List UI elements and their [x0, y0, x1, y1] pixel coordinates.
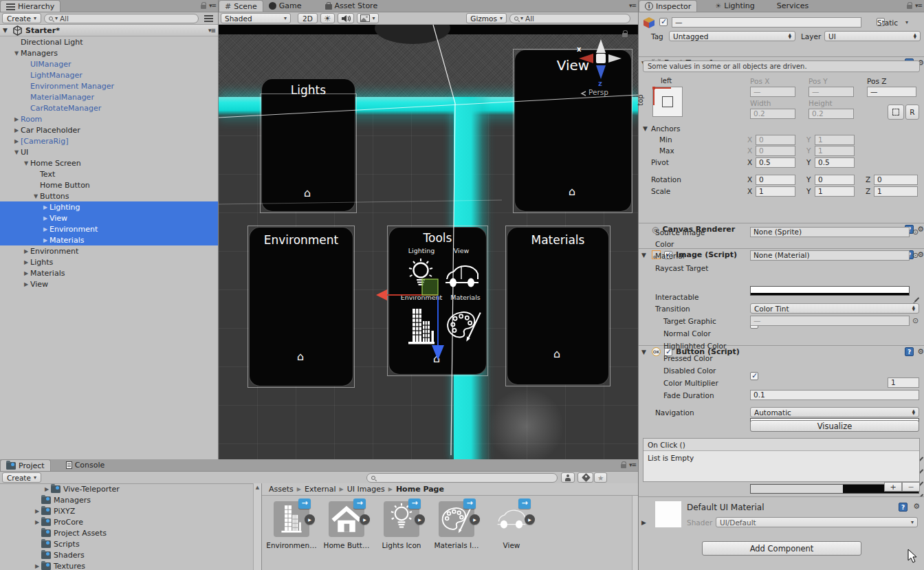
breadcrumb-ui-images[interactable]: UI Images — [347, 485, 385, 494]
tab-lighting[interactable]: ☀ Lighting — [710, 0, 760, 12]
project-folder-textures[interactable]: ▶Textures — [0, 560, 253, 570]
shading-dropdown[interactable]: Shaded▾ — [221, 13, 291, 23]
pivot-x-field[interactable]: 0.5 — [756, 157, 795, 168]
pos-x-field[interactable]: — — [750, 87, 795, 97]
search-by-label-button[interactable] — [578, 472, 593, 483]
project-folder-pixyz[interactable]: ▶PiXYZ — [0, 505, 253, 516]
project-search-input[interactable] — [366, 473, 558, 483]
object-picker-icon[interactable]: ⊙ — [912, 251, 918, 260]
tab-services[interactable]: Services — [771, 0, 814, 12]
anchors-min-x-field[interactable]: 0 — [756, 135, 795, 145]
breadcrumb-home-page[interactable]: Home Page — [396, 485, 444, 494]
scene-menu-icon[interactable]: ▾≡ — [208, 27, 215, 34]
foldout-icon[interactable]: ▶ — [22, 270, 30, 276]
foldout-icon[interactable]: ▶ — [33, 563, 41, 569]
anchors-foldout-icon[interactable]: ▼ — [643, 125, 650, 132]
project-folder-procore[interactable]: ▶ProCore — [0, 516, 253, 527]
foldout-icon[interactable]: ▶ — [12, 116, 21, 122]
hierarchy-item-materials[interactable]: ▶Materials — [0, 267, 218, 278]
foldout-icon[interactable]: ▶ — [12, 138, 21, 144]
object-picker-icon[interactable]: ⊙ — [912, 228, 918, 237]
hierarchy-item-view[interactable]: ▶View — [0, 278, 218, 289]
foldout-icon[interactable]: ▶ — [41, 204, 50, 210]
hierarchy-item-buttons[interactable]: ▼Buttons — [0, 190, 218, 201]
hierarchy-item-materials[interactable]: ▶Materials — [0, 234, 218, 245]
rotation-y-field[interactable]: 0 — [815, 175, 855, 185]
2d-toggle[interactable]: 2D — [298, 13, 318, 23]
height-field[interactable]: 0.2 — [808, 109, 854, 119]
raw-mode-button[interactable]: R — [905, 105, 919, 120]
ui-card-environment[interactable]: Environment ⌂ — [249, 227, 353, 386]
panel-menu-icon[interactable]: ▾≡ — [629, 461, 636, 468]
favorites-button[interactable]: ★ — [594, 472, 607, 483]
foldout-icon[interactable]: ▶ — [41, 215, 50, 221]
hierarchy-item-lighting[interactable]: ▶Lighting — [0, 201, 218, 212]
navigation-dropdown[interactable]: Automatic▲▼ — [750, 407, 919, 417]
width-field[interactable]: 0.2 — [750, 109, 795, 119]
layer-dropdown[interactable]: UI ▲▼ — [824, 31, 921, 41]
foldout-icon[interactable]: ▶ — [22, 248, 30, 254]
scene-lock-icon[interactable] — [622, 33, 628, 37]
hierarchy-item-uimanager[interactable]: UIManager — [0, 58, 218, 69]
color-swatch[interactable] — [750, 286, 910, 296]
static-dropdown-icon[interactable]: ▾ — [905, 19, 908, 25]
sort-icon[interactable] — [204, 14, 213, 22]
project-folder-managers[interactable]: Managers — [0, 494, 253, 505]
color-multiplier-field[interactable]: 1 — [888, 377, 919, 388]
asset-item-view[interactable]: →▶View — [492, 501, 531, 549]
hierarchy-item-directional-light[interactable]: Directional Light — [0, 36, 218, 47]
project-tree-scrollbar[interactable]: ▲ — [253, 483, 262, 570]
target-graphic-field[interactable]: — — [750, 316, 910, 326]
persp-label[interactable]: Persp — [588, 88, 608, 96]
foldout-icon[interactable]: ▼ — [641, 252, 648, 259]
foldout-icon[interactable]: ▼ — [641, 349, 648, 355]
foldout-icon[interactable]: ▶ — [33, 508, 41, 514]
anchor-preset-widget[interactable] — [652, 87, 683, 117]
gizmos-dropdown[interactable]: Gizmos▾ — [466, 13, 507, 23]
lock-icon[interactable] — [907, 5, 912, 9]
lock-icon[interactable] — [621, 464, 626, 468]
asset-item-materials[interactable]: →▶Materials I… — [437, 501, 476, 549]
expand-play-icon[interactable]: ▶ — [305, 514, 315, 525]
asset-item-home[interactable]: →▶Home Butt… — [327, 501, 366, 549]
project-folder-shaders[interactable]: Shaders — [0, 549, 253, 560]
search-by-type-button[interactable] — [561, 472, 575, 483]
material-field[interactable]: None (Material) — [750, 250, 910, 261]
help-icon[interactable]: ? — [899, 503, 908, 512]
tab-game[interactable]: Game — [263, 0, 307, 12]
hierarchy-search-input[interactable]: ▾ All — [44, 14, 199, 23]
tab-scene[interactable]: # Scene — [219, 0, 263, 12]
project-folder-scripts[interactable]: Scripts — [0, 538, 253, 549]
panel-menu-icon[interactable]: ▾≡ — [915, 2, 922, 9]
transition-dropdown[interactable]: Color Tint▲▼ — [750, 303, 919, 314]
hierarchy-item-view[interactable]: ▶View — [0, 212, 218, 223]
blueprint-mode-button[interactable] — [888, 105, 904, 120]
expand-play-icon[interactable]: ▶ — [525, 514, 535, 525]
scale-x-field[interactable]: 1 — [756, 186, 795, 197]
ui-card-materials[interactable]: Materials ⌂ — [507, 227, 609, 385]
assets-scrollbar[interactable] — [632, 496, 638, 570]
fade-duration-field[interactable]: 0.1 — [750, 390, 919, 400]
foldout-icon[interactable]: ▼ — [12, 149, 21, 155]
create-button[interactable]: Create▾ — [2, 13, 41, 23]
hierarchy-item--camerarig-[interactable]: ▶[CameraRig] — [0, 135, 218, 146]
ui-card-view[interactable]: View ⌂ — [514, 50, 632, 212]
tab-console[interactable]: Console — [60, 459, 111, 471]
add-component-button[interactable]: Add Component — [702, 541, 861, 556]
effects-dropdown[interactable]: ▾ — [357, 13, 379, 23]
breadcrumb-external[interactable]: External — [305, 485, 336, 494]
hierarchy-item-home-button[interactable]: Home Button — [0, 179, 218, 190]
panel-menu-icon[interactable]: ▾≡ — [629, 2, 636, 9]
breadcrumb-assets[interactable]: Assets — [269, 485, 294, 494]
audio-toggle[interactable] — [338, 13, 354, 23]
hierarchy-item-home-screen[interactable]: ▼Home Screen — [0, 157, 218, 168]
rotation-z-field[interactable]: 0 — [874, 175, 918, 185]
rotation-x-field[interactable]: 0 — [756, 175, 795, 185]
foldout-icon[interactable]: ▼ — [3, 27, 10, 34]
lighting-toggle[interactable]: ☀ — [320, 13, 335, 23]
project-folder-vive-teleporter[interactable]: ▶Vive-Teleporter — [0, 483, 253, 494]
active-checkbox[interactable] — [659, 18, 668, 26]
gear-icon[interactable]: ⚙ — [917, 348, 924, 356]
add-listener-button[interactable]: + — [884, 482, 902, 492]
hierarchy-item-environment[interactable]: ▶Environment — [0, 245, 218, 256]
